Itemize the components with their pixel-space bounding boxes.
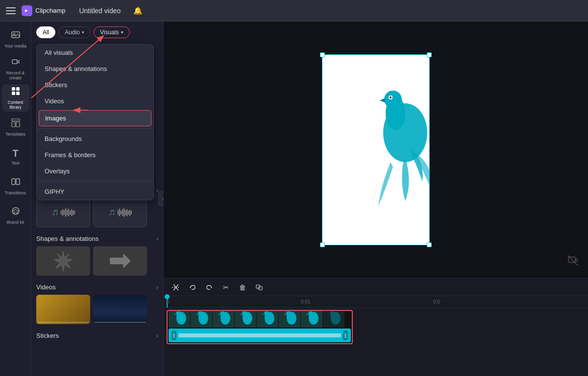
svg-point-26: [176, 311, 180, 315]
menu-button[interactable]: [6, 6, 16, 16]
video-thumb-1[interactable]: [36, 295, 90, 324]
svg-point-38: [264, 311, 268, 315]
dropdown-item-images[interactable]: Images: [39, 110, 151, 126]
svg-point-41: [286, 311, 290, 315]
sidebar-item-label: Text: [11, 161, 20, 165]
filter-visuals-tab[interactable]: Visuals ▾: [94, 26, 129, 38]
collapse-panel-button[interactable]: ‹: [158, 191, 164, 206]
your-media-icon: [11, 30, 21, 42]
sidebar-item-label: Brand kit: [7, 220, 24, 225]
svg-rect-10: [16, 122, 20, 127]
main-layout: Your media Record & create Content lib: [0, 22, 588, 376]
dropdown-item-all-visuals[interactable]: All visuals: [37, 45, 153, 61]
app-name: Clipchamp: [35, 7, 65, 14]
sidebar-item-record-create[interactable]: Record & create: [2, 55, 29, 82]
visuals-dropdown-menu: All visuals Shapes & annotations Sticker…: [36, 44, 154, 200]
undo-button[interactable]: [186, 281, 199, 294]
redo-button[interactable]: [203, 281, 216, 294]
sidebar-item-brand-kit[interactable]: Brand kit: [2, 202, 29, 229]
svg-point-44: [308, 311, 312, 315]
audio-track: [169, 329, 351, 342]
ruler-mark-0: 0: [167, 299, 170, 305]
timeline-area: ✂ 🗑 0 0:01 0:0: [164, 278, 588, 376]
svg-rect-1: [12, 32, 20, 38]
svg-point-35: [242, 311, 246, 315]
waveform-1: [61, 208, 75, 217]
dropdown-item-backgrounds[interactable]: Backgrounds: [37, 131, 153, 147]
sidebar-item-label: Your media: [4, 44, 26, 48]
svg-point-29: [198, 311, 202, 315]
video-title[interactable]: Untitled video: [75, 5, 124, 16]
topbar: Clipchamp Untitled video 🔔: [0, 0, 588, 22]
preview-frame-border: [322, 54, 430, 245]
svg-point-32: [220, 311, 224, 315]
transitions-icon: [11, 177, 21, 189]
video-track: [167, 310, 353, 344]
split-tool-button[interactable]: [170, 281, 182, 294]
content-panel: All Audio ▾ Visuals ▾ All visuals Shapes…: [31, 22, 164, 376]
resize-handle-bl[interactable]: [320, 242, 325, 247]
logo-icon: [22, 5, 32, 16]
music-thumb-2[interactable]: 🎵: [93, 198, 147, 227]
sidebar: Your media Record & create Content lib: [0, 22, 31, 376]
shapes-chevron-icon[interactable]: ›: [156, 235, 158, 242]
dropdown-item-stickers[interactable]: Stickers: [37, 77, 153, 93]
sidebar-item-content-library[interactable]: Content library: [2, 84, 29, 112]
sidebar-item-label: Record & create: [2, 70, 29, 80]
resize-handle-tl[interactable]: [320, 52, 325, 57]
timeline-tracks: [164, 308, 588, 346]
brand-kit-icon: [11, 206, 21, 218]
videos-section-title: Videos: [36, 283, 56, 291]
cut-button[interactable]: ✂: [220, 281, 232, 294]
svg-rect-3: [12, 60, 17, 64]
shape-thumb-arrow[interactable]: [93, 246, 147, 276]
record-create-icon: [11, 57, 21, 69]
frame-thumb-7: [301, 311, 322, 328]
ruler-mark-1: 0:01: [301, 299, 310, 305]
svg-point-47: [330, 311, 334, 315]
dropdown-item-overlays[interactable]: Overlays: [37, 163, 153, 179]
resize-handle-tr[interactable]: [427, 52, 432, 57]
dropdown-item-giphy[interactable]: GIPHY: [37, 184, 153, 200]
templates-icon: [11, 118, 21, 130]
sidebar-item-label: Content library: [2, 100, 29, 110]
stickers-chevron-icon[interactable]: ›: [156, 332, 158, 339]
detach-audio-button[interactable]: [253, 281, 266, 294]
shape-thumb-starburst[interactable]: [36, 246, 90, 276]
audio-chevron-icon: ▾: [82, 30, 84, 35]
delete-button[interactable]: 🗑: [236, 281, 249, 294]
video-thumb-2[interactable]: [93, 295, 147, 324]
waveform-2: [118, 208, 132, 217]
music-thumb-1[interactable]: 🎵: [36, 198, 90, 227]
timeline-ruler: 0 0:01 0:0: [164, 296, 588, 308]
content-section-videos: Videos ›: [36, 283, 158, 324]
svg-rect-9: [12, 122, 15, 127]
audio-handle-right[interactable]: [343, 330, 348, 340]
sidebar-item-text[interactable]: T Text: [2, 143, 29, 170]
preview-canvas: [164, 22, 588, 278]
svg-rect-6: [12, 92, 15, 95]
videos-chevron-icon[interactable]: ›: [156, 284, 158, 291]
svg-rect-11: [12, 179, 15, 185]
sidebar-item-templates[interactable]: Templates: [2, 114, 29, 141]
music-thumbnails: 🎵 🎵: [36, 198, 158, 227]
app-logo[interactable]: Clipchamp: [22, 5, 65, 16]
sidebar-item-your-media[interactable]: Your media: [2, 25, 29, 53]
filter-audio-tab[interactable]: Audio ▾: [58, 26, 91, 38]
content-section-shapes: Shapes & annotations ›: [36, 235, 158, 276]
filter-all-tab[interactable]: All: [36, 26, 55, 38]
filter-tabs: All Audio ▾ Visuals ▾: [31, 22, 163, 41]
dropdown-item-frames-borders[interactable]: Frames & borders: [37, 147, 153, 163]
no-camera-icon: [567, 255, 578, 268]
sidebar-item-transitions[interactable]: Transitions: [2, 172, 29, 200]
bell-icon[interactable]: 🔔: [133, 6, 143, 15]
frame-thumb-4: [235, 311, 256, 328]
resize-handle-br[interactable]: [427, 242, 432, 247]
dropdown-item-videos[interactable]: Videos: [37, 93, 153, 109]
frame-thumb-3: [213, 311, 234, 328]
dropdown-item-shapes[interactable]: Shapes & annotations: [37, 61, 153, 77]
audio-handle-left[interactable]: [172, 330, 176, 340]
svg-rect-7: [16, 92, 20, 95]
content-library-icon: [11, 86, 21, 98]
ruler-mark-2: 0:0: [433, 299, 440, 305]
